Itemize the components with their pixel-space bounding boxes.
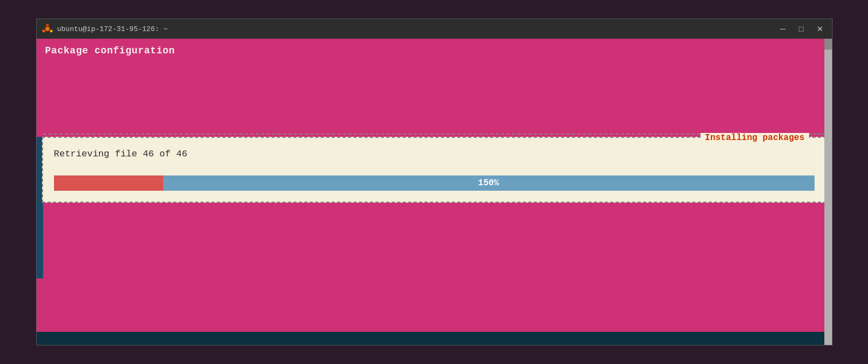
minimize-button[interactable]: ─ bbox=[777, 23, 789, 34]
dashed-line-right bbox=[809, 134, 825, 135]
progress-red-segment bbox=[54, 175, 163, 191]
svg-point-3 bbox=[42, 30, 45, 33]
ubuntu-icon bbox=[42, 23, 53, 34]
window-title: ubuntu@ip-172-31-95-126: ~ bbox=[57, 25, 777, 33]
svg-point-0 bbox=[45, 27, 50, 31]
dashed-line-left bbox=[43, 134, 701, 135]
progress-bar-container: 150% bbox=[54, 175, 815, 191]
dialog-header-text: Installing packages bbox=[701, 133, 809, 143]
retrieving-text: Retrieving file 46 of 46 bbox=[54, 149, 815, 159]
window-controls: ─ □ ✕ bbox=[777, 23, 826, 34]
package-config-title: Package configuration bbox=[45, 45, 823, 56]
maximize-button[interactable]: □ bbox=[795, 23, 806, 34]
close-button[interactable]: ✕ bbox=[813, 23, 827, 34]
scrollbar-thumb[interactable] bbox=[824, 39, 832, 50]
terminal-window: ubuntu@ip-172-31-95-126: ~ ─ □ ✕ Package… bbox=[36, 19, 833, 345]
svg-point-1 bbox=[46, 24, 49, 27]
svg-point-2 bbox=[50, 30, 52, 33]
dialog-box: Installing packages Retrieving file 46 o… bbox=[42, 137, 827, 203]
title-bar: ubuntu@ip-172-31-95-126: ~ ─ □ ✕ bbox=[37, 19, 832, 39]
scrollbar[interactable] bbox=[824, 39, 832, 345]
terminal-body: Package configuration Installing package… bbox=[37, 39, 832, 345]
progress-blue-segment: 150% bbox=[163, 175, 815, 191]
bottom-bar bbox=[37, 332, 824, 345]
progress-label: 150% bbox=[478, 178, 499, 188]
